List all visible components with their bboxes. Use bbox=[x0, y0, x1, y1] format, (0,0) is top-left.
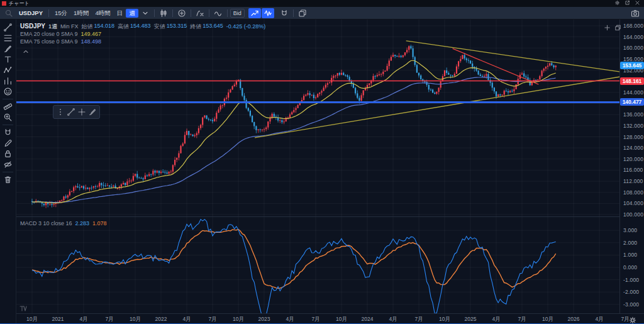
fib-tool-icon[interactable]: .f{fill:#a9aeb9;stroke:none} bbox=[2, 33, 14, 43]
title-bar[interactable]: チャート .f{fill:#b2b5be;stroke:none} .f{fil… bbox=[0, 0, 644, 7]
open-value: 154.018 bbox=[94, 23, 115, 31]
workspace: .f{fill:#a9aeb9;stroke:none}.f{fill:#a9a… bbox=[0, 20, 644, 323]
time-axis-label: 4月 bbox=[286, 316, 294, 323]
low-label: 安値 bbox=[154, 23, 165, 31]
open-label: 始値 bbox=[82, 23, 93, 31]
camera-icon[interactable]: .f{fill:#b2b5be;stroke:none} bbox=[629, 8, 641, 18]
chart-style-icon[interactable]: .f{fill:#b2b5be;stroke:none} bbox=[157, 8, 170, 18]
crosshair-tool-icon[interactable]: .f{fill:#b2b5be;stroke:none} bbox=[77, 107, 87, 117]
macd-axis-label: -1.000 bbox=[623, 277, 639, 283]
toolbar-divider bbox=[3, 125, 13, 125]
chart-area[interactable] bbox=[16, 20, 620, 313]
timeframe-button-日[interactable]: 日 bbox=[114, 9, 126, 18]
time-axis-label: 7月 bbox=[311, 316, 319, 323]
time-axis-label: 4月 bbox=[389, 316, 397, 323]
high-label: 高値 bbox=[118, 23, 129, 31]
time-axis-label: 10月 bbox=[336, 316, 347, 323]
trendline-tool-icon[interactable]: .f{fill:#a9aeb9;stroke:none} bbox=[2, 23, 14, 32]
close-value: 153.645 bbox=[203, 23, 223, 31]
price-axis-label: 164.000 bbox=[623, 34, 643, 40]
symbol-search-icon[interactable]: .f{fill:#b2b5be;stroke:none} bbox=[3, 8, 15, 18]
ema75-label: EMA 75 close 0 SMA 9 bbox=[20, 38, 78, 45]
macd-axis-label: -3.000 bbox=[623, 301, 639, 308]
chart-root: USDJPY 1週 Min FX 始値154.018 高値154.483 安値1… bbox=[16, 20, 644, 323]
macd-axis-label: 3.000 bbox=[623, 227, 637, 233]
close-label: 終値 bbox=[190, 23, 201, 31]
line-chart-toggle[interactable]: .f{fill:#ffffff;stroke:none} bbox=[248, 8, 261, 18]
emoji-tool-icon[interactable]: .f{fill:#a9aeb9;stroke:none} bbox=[2, 87, 14, 96]
ema75-value: 148.498 bbox=[81, 38, 102, 45]
forecast-tool-icon[interactable]: .f{fill:#a9aeb9;stroke:none} bbox=[2, 76, 14, 86]
ema20-value: 149.467 bbox=[81, 31, 102, 37]
time-axis-label: 2026 bbox=[568, 316, 580, 322]
time-axis-label: 10月 bbox=[26, 316, 38, 323]
time-axis-label: 2025 bbox=[465, 316, 477, 322]
macd-axis-label: 1.000 bbox=[623, 252, 637, 258]
zoomin-tool-icon[interactable]: .f{fill:#a9aeb9;stroke:none} bbox=[2, 113, 14, 122]
brush-tool-icon[interactable]: .f{fill:#a9aeb9;stroke:none} bbox=[2, 44, 14, 53]
pencil-tool-icon[interactable]: .f{fill:#a9aeb9;stroke:none} bbox=[2, 138, 14, 148]
main-toolbar: .f{fill:#b2b5be;stroke:none} USDJPY 15分1… bbox=[0, 7, 644, 20]
time-axis-label: 4月 bbox=[79, 316, 87, 323]
price-axis[interactable]: 168.000164.000160.000156.000152.000144.0… bbox=[619, 20, 644, 313]
measure-tool-icon[interactable]: .f{fill:#a9aeb9;stroke:none} bbox=[2, 102, 14, 111]
ema20-legend: EMA 20 close 0 SMA 9 149.467 bbox=[20, 31, 101, 37]
magnet-tool-icon[interactable]: .f{fill:#a9aeb9;stroke:none} bbox=[2, 128, 14, 137]
toolbar-separator bbox=[209, 9, 209, 17]
brush-tool-icon[interactable]: .f{fill:#b2b5be;stroke:none} bbox=[87, 107, 97, 117]
chevron-down-icon[interactable]: .f{fill:#b2b5be;stroke:none} bbox=[139, 8, 152, 18]
time-axis[interactable]: .f{fill:#b2b5be;stroke:none} 10月20214月7月… bbox=[16, 313, 644, 323]
eyeoff-tool-icon[interactable]: .f{fill:#a9aeb9;stroke:none} bbox=[2, 160, 14, 169]
axis-settings-gear-icon[interactable]: .f{fill:#b2b5be;stroke:none} bbox=[628, 316, 637, 323]
time-axis-label: 4月 bbox=[595, 316, 603, 323]
indicators-icon[interactable]: .f{fill:#b2b5be;stroke:none} bbox=[194, 8, 206, 18]
timeframe-button-週[interactable]: 週 bbox=[126, 9, 138, 18]
oscillator-toggle[interactable]: .f{fill:#ffffff;stroke:none} bbox=[262, 8, 274, 18]
price-axis-label: 104.000 bbox=[623, 200, 643, 206]
time-axis-label: 7月 bbox=[105, 316, 113, 323]
trendline-tool-icon[interactable]: .f{fill:#b2b5be;stroke:none} bbox=[66, 107, 76, 117]
popout-icon[interactable]: .f{fill:#b2b5be;stroke:none} bbox=[625, 0, 630, 7]
lock-tool-icon[interactable]: .f{fill:#a9aeb9;stroke:none} bbox=[2, 149, 14, 159]
legend-collapse-button[interactable]: .f{fill:#b2b5be;stroke:none} bbox=[21, 47, 30, 59]
plus-icon[interactable]: .f{fill:#b2b5be;stroke:none} bbox=[603, 23, 611, 31]
trash-tool-icon[interactable]: .f{fill:#a9aeb9;stroke:none} bbox=[2, 175, 14, 184]
layout-icon[interactable]: .f{fill:#b2b5be;stroke:none} bbox=[296, 8, 309, 18]
app-icon bbox=[2, 1, 6, 6]
restore-icon[interactable]: .f{fill:#b2b5be;stroke:none} bbox=[614, 23, 622, 31]
symbol-button[interactable]: USDJPY bbox=[16, 9, 46, 18]
price-axis-label: 136.000 bbox=[623, 111, 643, 118]
macd-value: 2.283 bbox=[75, 220, 90, 226]
chart-template-icon[interactable]: .f{fill:#b2b5be;stroke:none} bbox=[212, 8, 225, 18]
price-badge: 148.161 bbox=[620, 77, 644, 85]
tradingview-logo: .f{fill:#b2b5be;stroke:none} bbox=[19, 304, 28, 315]
toolbar-separator bbox=[48, 9, 49, 17]
price-axis-label: 132.000 bbox=[623, 123, 643, 129]
price-axis-label: 100.000 bbox=[623, 211, 643, 218]
drawing-toolbar: .f{fill:#a9aeb9;stroke:none}.f{fill:#a9a… bbox=[0, 20, 16, 323]
time-axis-label: 2021 bbox=[52, 316, 64, 322]
timeframe-button-4時間[interactable]: 4時間 bbox=[92, 9, 113, 18]
bid-button[interactable]: Bid bbox=[230, 9, 245, 18]
time-axis-label: 4月 bbox=[492, 316, 500, 323]
floating-toolbar[interactable]: .f{fill:#b2b5be;stroke:none} .f{fill:#b2… bbox=[53, 105, 100, 119]
pattern-tool-icon[interactable]: .f{fill:#a9aeb9;stroke:none} bbox=[2, 65, 14, 75]
window-title: チャート bbox=[9, 0, 30, 7]
price-axis-label: 144.000 bbox=[623, 89, 643, 96]
compare-icon[interactable]: .f{fill:#b2b5be;stroke:none} bbox=[175, 8, 188, 18]
drag-handle-icon[interactable]: .f{fill:#b2b5be;stroke:none} bbox=[55, 107, 65, 117]
window-settings-icon[interactable]: .f{fill:#b2b5be;stroke:none} bbox=[614, 0, 620, 7]
text-tool-icon[interactable]: .f{fill:#a9aeb9;stroke:none} bbox=[2, 55, 14, 64]
timeframe-button-15分[interactable]: 15分 bbox=[52, 9, 70, 18]
toolbar-separator bbox=[172, 9, 173, 17]
chart-window: チャート .f{fill:#b2b5be;stroke:none} .f{fil… bbox=[0, 0, 644, 324]
time-axis-label: 2023 bbox=[258, 316, 270, 322]
timeframe-button-1時間[interactable]: 1時間 bbox=[70, 9, 92, 18]
toolbar-separator bbox=[154, 9, 155, 17]
toolbar-separator bbox=[227, 9, 228, 17]
magnet-icon[interactable]: .f{fill:#b2b5be;stroke:none} bbox=[278, 8, 291, 18]
time-axis-label: 7月 bbox=[621, 316, 629, 323]
close-icon[interactable]: .f{fill:#b2b5be;stroke:none} bbox=[635, 0, 640, 7]
ema20-label: EMA 20 close 0 SMA 9 bbox=[20, 31, 78, 37]
price-axis-label: 168.000 bbox=[623, 23, 643, 29]
